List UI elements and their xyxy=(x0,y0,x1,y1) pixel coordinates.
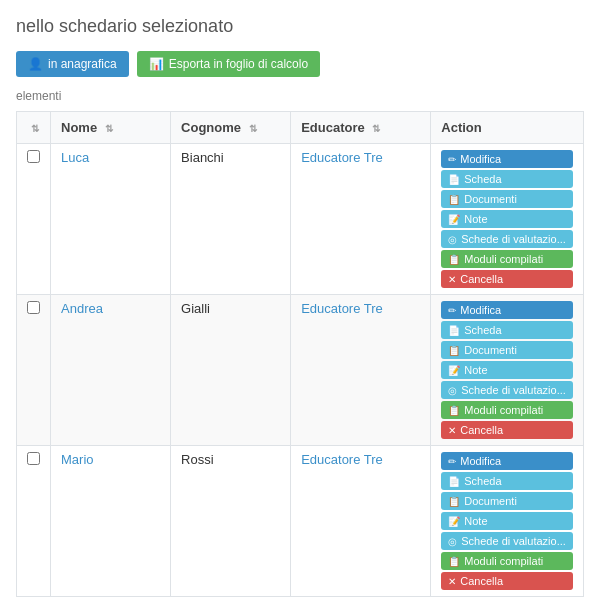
action-label-0: Modifica xyxy=(460,304,501,316)
action-icon-4: ◎ xyxy=(448,234,457,245)
col-header-action: Action xyxy=(431,112,584,144)
action-btn-documenti-0[interactable]: 📋Documenti xyxy=(441,190,573,208)
cell-action-2: ✏Modifica📄Scheda📋Documenti📝Note◎Schede d… xyxy=(431,446,584,597)
col-header-nome[interactable]: Nome ⇅ xyxy=(51,112,171,144)
action-btn-modifica-0[interactable]: ✏Modifica xyxy=(441,150,573,168)
action-btn-schede-di-valutazio----2[interactable]: ◎Schede di valutazio... xyxy=(441,532,573,550)
cell-cognome-0: Bianchi xyxy=(171,144,291,295)
action-btn-schede-di-valutazio----1[interactable]: ◎Schede di valutazio... xyxy=(441,381,573,399)
cell-cognome-1: Gialli xyxy=(171,295,291,446)
action-btn-documenti-2[interactable]: 📋Documenti xyxy=(441,492,573,510)
action-label-2: Documenti xyxy=(464,344,517,356)
action-btn-cancella-1[interactable]: ✕Cancella xyxy=(441,421,573,439)
data-table: ⇅ Nome ⇅ Cognome ⇅ Educatore ⇅ Action xyxy=(16,111,584,597)
action-icon-3: 📝 xyxy=(448,365,460,376)
action-icon-6: ✕ xyxy=(448,425,456,436)
checkbox-row-0[interactable] xyxy=(27,150,40,163)
cell-educatore-1: Educatore Tre xyxy=(291,295,431,446)
action-icon-5: 📋 xyxy=(448,254,460,265)
action-label-1: Scheda xyxy=(464,475,501,487)
action-label-3: Note xyxy=(464,515,487,527)
action-btn-modifica-2[interactable]: ✏Modifica xyxy=(441,452,573,470)
action-btn-cancella-0[interactable]: ✕Cancella xyxy=(441,270,573,288)
col-header-cognome[interactable]: Cognome ⇅ xyxy=(171,112,291,144)
cell-action-1: ✏Modifica📄Scheda📋Documenti📝Note◎Schede d… xyxy=(431,295,584,446)
cell-educatore-2: Educatore Tre xyxy=(291,446,431,597)
btn-export[interactable]: 📊 Esporta in foglio di calcolo xyxy=(137,51,320,77)
action-icon-2: 📋 xyxy=(448,496,460,507)
action-label-5: Moduli compilati xyxy=(464,253,543,265)
action-buttons-2: ✏Modifica📄Scheda📋Documenti📝Note◎Schede d… xyxy=(441,452,573,590)
action-btn-documenti-1[interactable]: 📋Documenti xyxy=(441,341,573,359)
action-label-3: Note xyxy=(464,213,487,225)
action-label-6: Cancella xyxy=(460,273,503,285)
action-label-4: Schede di valutazio... xyxy=(461,384,566,396)
table-row: MarioRossiEducatore Tre✏Modifica📄Scheda📋… xyxy=(17,446,584,597)
action-label-0: Modifica xyxy=(460,455,501,467)
action-icon-2: 📋 xyxy=(448,194,460,205)
sort-icon-educatore: ⇅ xyxy=(372,123,380,134)
action-label-6: Cancella xyxy=(460,424,503,436)
page-container: nello schedario selezionato 👤 in anagraf… xyxy=(0,0,600,600)
elements-count: elementi xyxy=(16,89,584,103)
sort-icon-nome: ⇅ xyxy=(105,123,113,134)
action-btn-note-1[interactable]: 📝Note xyxy=(441,361,573,379)
action-icon-4: ◎ xyxy=(448,536,457,547)
sort-icon-cognome: ⇅ xyxy=(249,123,257,134)
table-row: AndreaGialliEducatore Tre✏Modifica📄Sched… xyxy=(17,295,584,446)
action-icon-4: ◎ xyxy=(448,385,457,396)
action-btn-note-2[interactable]: 📝Note xyxy=(441,512,573,530)
col-header-check: ⇅ xyxy=(17,112,51,144)
action-btn-scheda-1[interactable]: 📄Scheda xyxy=(441,321,573,339)
action-btn-modifica-1[interactable]: ✏Modifica xyxy=(441,301,573,319)
action-icon-1: 📄 xyxy=(448,174,460,185)
action-btn-schede-di-valutazio----0[interactable]: ◎Schede di valutazio... xyxy=(441,230,573,248)
checkbox-row-2[interactable] xyxy=(27,452,40,465)
action-icon-1: 📄 xyxy=(448,476,460,487)
cell-check-1 xyxy=(17,295,51,446)
action-label-4: Schede di valutazio... xyxy=(461,233,566,245)
action-btn-note-0[interactable]: 📝Note xyxy=(441,210,573,228)
action-icon-5: 📋 xyxy=(448,405,460,416)
person-icon: 👤 xyxy=(28,57,43,71)
cell-nome-2: Mario xyxy=(51,446,171,597)
checkbox-row-1[interactable] xyxy=(27,301,40,314)
action-label-5: Moduli compilati xyxy=(464,555,543,567)
cell-check-0 xyxy=(17,144,51,295)
action-icon-6: ✕ xyxy=(448,576,456,587)
educatore-link-1[interactable]: Educatore Tre xyxy=(301,301,383,316)
action-btn-scheda-2[interactable]: 📄Scheda xyxy=(441,472,573,490)
educatore-link-2[interactable]: Educatore Tre xyxy=(301,452,383,467)
action-btn-moduli-compilati-2[interactable]: 📋Moduli compilati xyxy=(441,552,573,570)
action-icon-6: ✕ xyxy=(448,274,456,285)
action-buttons-0: ✏Modifica📄Scheda📋Documenti📝Note◎Schede d… xyxy=(441,150,573,288)
page-title: nello schedario selezionato xyxy=(16,16,584,37)
action-label-2: Documenti xyxy=(464,495,517,507)
educatore-link-0[interactable]: Educatore Tre xyxy=(301,150,383,165)
cell-action-0: ✏Modifica📄Scheda📋Documenti📝Note◎Schede d… xyxy=(431,144,584,295)
cell-cognome-2: Rossi xyxy=(171,446,291,597)
action-label-0: Modifica xyxy=(460,153,501,165)
action-label-3: Note xyxy=(464,364,487,376)
action-label-6: Cancella xyxy=(460,575,503,587)
action-icon-0: ✏ xyxy=(448,305,456,316)
action-btn-scheda-0[interactable]: 📄Scheda xyxy=(441,170,573,188)
export-icon: 📊 xyxy=(149,57,164,71)
table-row: LucaBianchiEducatore Tre✏Modifica📄Scheda… xyxy=(17,144,584,295)
action-icon-1: 📄 xyxy=(448,325,460,336)
col-header-educatore[interactable]: Educatore ⇅ xyxy=(291,112,431,144)
table-body: LucaBianchiEducatore Tre✏Modifica📄Scheda… xyxy=(17,144,584,597)
btn-anagrafica[interactable]: 👤 in anagrafica xyxy=(16,51,129,77)
action-icon-5: 📋 xyxy=(448,556,460,567)
toolbar: 👤 in anagrafica 📊 Esporta in foglio di c… xyxy=(16,51,584,77)
action-btn-moduli-compilati-1[interactable]: 📋Moduli compilati xyxy=(441,401,573,419)
action-btn-moduli-compilati-0[interactable]: 📋Moduli compilati xyxy=(441,250,573,268)
table-header-row: ⇅ Nome ⇅ Cognome ⇅ Educatore ⇅ Action xyxy=(17,112,584,144)
action-label-4: Schede di valutazio... xyxy=(461,535,566,547)
action-icon-2: 📋 xyxy=(448,345,460,356)
action-label-2: Documenti xyxy=(464,193,517,205)
cell-check-2 xyxy=(17,446,51,597)
cell-nome-1: Andrea xyxy=(51,295,171,446)
action-btn-cancella-2[interactable]: ✕Cancella xyxy=(441,572,573,590)
action-label-1: Scheda xyxy=(464,324,501,336)
